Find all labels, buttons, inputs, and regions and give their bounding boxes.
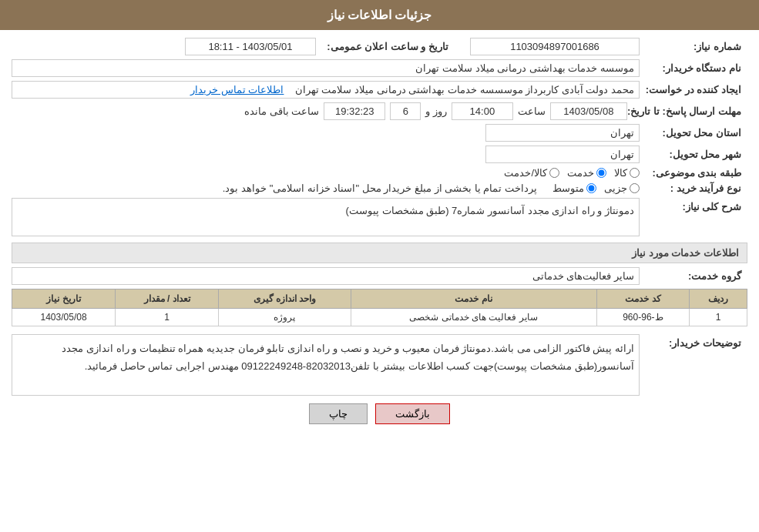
category-both-radio[interactable] xyxy=(549,168,559,178)
back-button[interactable]: بازگشت xyxy=(375,403,450,424)
process-jozei: جزیی xyxy=(604,182,640,194)
cell-service-code: ط-96-960 xyxy=(596,309,690,326)
buyer-org-value: موسسه خدمات بهداشتی درمانی میلاد سلامت ت… xyxy=(12,59,640,77)
province-value: تهران xyxy=(485,124,640,142)
category-kala: کالا xyxy=(614,167,640,179)
deadline-time: 14:00 xyxy=(452,102,513,120)
notes-value: ارائه پیش فاکتور الزامی می باشد.دمونتاژ … xyxy=(12,334,640,396)
service-group-value: سایر فعالیت‌های خدماتی xyxy=(12,267,640,285)
creator-label: ایجاد کننده در خواست: xyxy=(640,84,747,95)
process-label: نوع فرآیند خرید : xyxy=(640,182,747,194)
category-khedmat-label: خدمت xyxy=(567,167,594,179)
notes-label: توضیحات خریدار: xyxy=(640,334,747,349)
datetime-label: تاریخ و ساعت اعلان عمومی: xyxy=(316,41,455,52)
city-value: تهران xyxy=(485,146,640,163)
print-button[interactable]: چاپ xyxy=(309,403,368,424)
category-kala-label: کالا xyxy=(614,167,627,179)
col-quantity: تعداد / مقدار xyxy=(116,289,219,309)
city-label: شهر محل تحویل: xyxy=(640,149,747,160)
datetime-value: 1403/05/01 - 18:11 xyxy=(185,38,316,55)
category-both-label: کالا/خدمت xyxy=(504,167,547,179)
service-group-label: گروه خدمت: xyxy=(640,270,747,282)
cell-service-name: سایر فعالیت های خدماتی شخصی xyxy=(351,309,596,326)
process-note: پرداخت تمام یا بخشی از مبلغ خریدار محل "… xyxy=(223,182,537,194)
days-label: روز و xyxy=(425,105,447,117)
category-both: کالا/خدمت xyxy=(504,167,559,179)
col-unit: واحد اندازه گیری xyxy=(219,289,351,309)
deadline-days: 6 xyxy=(390,102,421,120)
deadline-group: 1403/05/08 ساعت 14:00 روز و 6 19:32:23 س… xyxy=(244,102,627,120)
col-service-code: کد خدمت xyxy=(596,289,690,309)
province-row: استان محل تحویل: تهران xyxy=(12,124,747,142)
category-khedmat-radio[interactable] xyxy=(596,168,606,178)
time-label: ساعت xyxy=(518,105,546,117)
process-radio-group: جزیی متوسط پرداخت تمام یا بخشی از مبلغ خ… xyxy=(223,182,640,194)
services-info-title: اطلاعات خدمات مورد نیاز xyxy=(12,243,747,263)
buyer-org-label: نام دستگاه خریدار: xyxy=(640,62,747,74)
category-khedmat: خدمت xyxy=(567,167,606,179)
deadline-label: مهلت ارسال پاسخ: تا تاریخ: xyxy=(627,105,747,117)
remaining-label: ساعت باقی مانده xyxy=(244,105,319,117)
main-content: شماره نیاز: 1103094897001686 تاریخ و ساع… xyxy=(0,30,759,440)
page-header: جزئیات اطلاعات نیاز xyxy=(0,0,759,30)
cell-unit: پروژه xyxy=(219,309,351,326)
col-date: تاریخ نیاز xyxy=(12,289,116,309)
cell-quantity: 1 xyxy=(116,309,219,326)
description-row: شرح کلی نیاز: دمونتاژ و راه اندازی مجدد … xyxy=(12,198,747,236)
process-jozei-label: جزیی xyxy=(604,182,627,194)
category-label: طبقه بندی موضوعی: xyxy=(640,167,747,179)
notes-row: توضیحات خریدار: ارائه پیش فاکتور الزامی … xyxy=(12,334,747,396)
deadline-row: مهلت ارسال پاسخ: تا تاریخ: 1403/05/08 سا… xyxy=(12,102,747,120)
buyer-org-row: نام دستگاه خریدار: موسسه خدمات بهداشتی د… xyxy=(12,59,747,77)
category-kala-radio[interactable] xyxy=(630,168,640,178)
button-bar: بازگشت چاپ xyxy=(12,403,747,424)
deadline-remaining: 19:32:23 xyxy=(324,102,385,120)
process-row: نوع فرآیند خرید : جزیی متوسط پرداخت تمام… xyxy=(12,182,747,194)
need-number-label: شماره نیاز: xyxy=(640,41,747,52)
service-group-row: گروه خدمت: سایر فعالیت‌های خدماتی xyxy=(12,267,747,285)
table-header-row: ردیف کد خدمت نام خدمت واحد اندازه گیری ت… xyxy=(12,289,747,309)
deadline-date: 1403/05/08 xyxy=(550,102,627,120)
process-jozei-radio[interactable] xyxy=(630,183,640,193)
process-motavasset-radio[interactable] xyxy=(586,183,596,193)
col-service-name: نام خدمت xyxy=(351,289,596,309)
page-title: جزئیات اطلاعات نیاز xyxy=(327,8,432,22)
creator-row: ایجاد کننده در خواست: محمد دولت آبادی کا… xyxy=(12,81,747,99)
cell-row-num: 1 xyxy=(690,309,747,326)
cell-date: 1403/05/08 xyxy=(12,309,116,326)
category-row: طبقه بندی موضوعی: کالا خدمت کالا/خدمت xyxy=(12,167,747,179)
page-wrapper: جزئیات اطلاعات نیاز شماره نیاز: 11030948… xyxy=(0,0,759,532)
services-table: ردیف کد خدمت نام خدمت واحد اندازه گیری ت… xyxy=(12,289,747,326)
process-motavasset-label: متوسط xyxy=(552,182,584,194)
city-row: شهر محل تحویل: تهران xyxy=(12,146,747,163)
col-row-num: ردیف xyxy=(690,289,747,309)
table-row: 1 ط-96-960 سایر فعالیت های خدماتی شخصی پ… xyxy=(12,309,747,326)
services-table-section: ردیف کد خدمت نام خدمت واحد اندازه گیری ت… xyxy=(12,289,747,326)
category-radio-group: کالا خدمت کالا/خدمت xyxy=(504,167,640,179)
description-label: شرح کلی نیاز: xyxy=(640,198,747,212)
creator-value: محمد دولت آبادی کاربرداز موسسسه خدمات به… xyxy=(12,81,640,99)
need-number-value: 1103094897001686 xyxy=(470,38,640,55)
creator-contact-link[interactable]: اطلاعات تماس خریدار xyxy=(190,84,284,95)
province-label: استان محل تحویل: xyxy=(640,127,747,139)
need-number-row: شماره نیاز: 1103094897001686 تاریخ و ساع… xyxy=(12,38,747,55)
process-motavasset: متوسط xyxy=(552,182,596,194)
description-value: دمونتاژ و راه اندازی مجدد آسانسور شماره7… xyxy=(12,198,640,236)
